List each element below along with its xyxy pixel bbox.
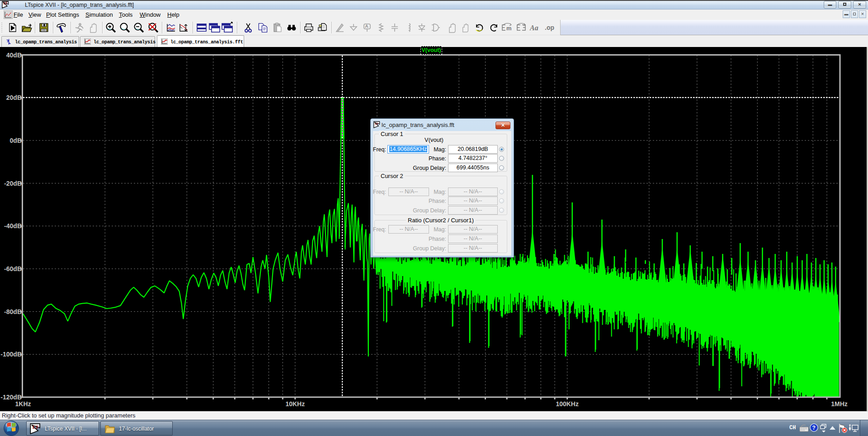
svg-text:-20dB: -20dB — [4, 180, 22, 187]
svg-text:-120dB: -120dB — [0, 394, 22, 401]
svg-text:-60dB: -60dB — [4, 265, 22, 272]
svg-text:LT: LT — [33, 424, 39, 430]
svg-text:-80dB: -80dB — [4, 308, 22, 315]
svg-text:20dB: 20dB — [6, 94, 22, 101]
svg-text:m: m — [506, 25, 512, 32]
svg-text:LT: LT — [375, 122, 378, 125]
svg-text:40dB: 40dB — [6, 52, 22, 59]
svg-text:100KHz: 100KHz — [556, 400, 579, 408]
svg-text:-40dB: -40dB — [4, 222, 22, 230]
svg-text:1KHz: 1KHz — [15, 400, 31, 408]
svg-text:.op: .op — [545, 24, 554, 31]
svg-text:Aa: Aa — [529, 24, 538, 32]
svg-text:-100dB: -100dB — [0, 351, 22, 358]
svg-text:LT: LT — [3, 1, 8, 5]
svg-text:10KHz: 10KHz — [285, 400, 305, 408]
svg-text:A: A — [365, 24, 368, 28]
svg-text:?: ? — [812, 425, 816, 431]
svg-text:1MHz: 1MHz — [831, 400, 848, 408]
